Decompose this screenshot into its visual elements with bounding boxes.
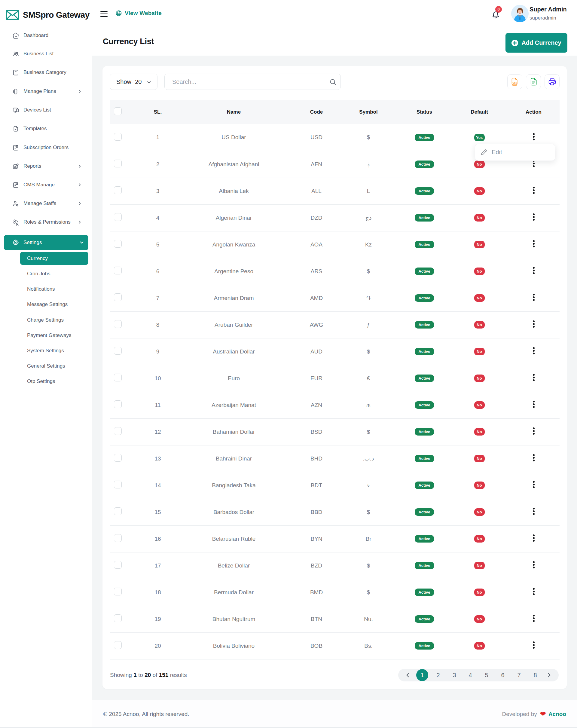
svg-text:CSV: CSV	[513, 81, 517, 84]
